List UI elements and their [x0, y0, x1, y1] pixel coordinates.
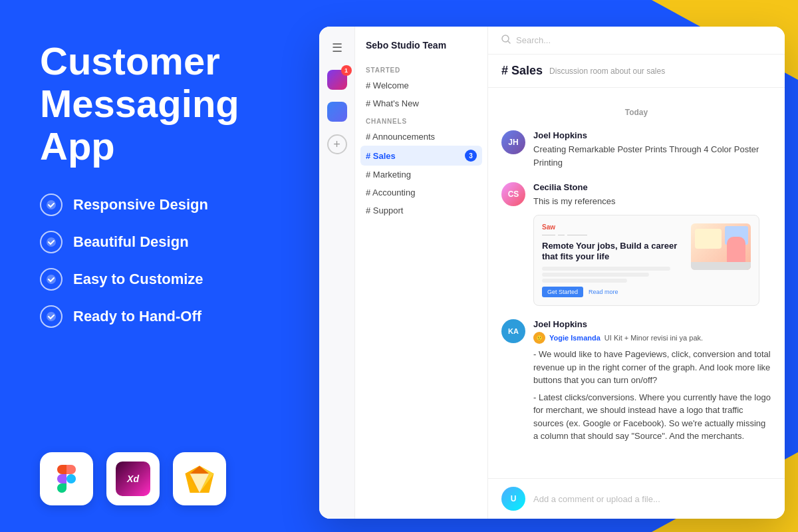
- feature-item: Ready to Hand-Off: [40, 305, 273, 328]
- figma-icon-box: [40, 452, 93, 505]
- chat-messages: Today JH Joel Hopkins Creating Remarkabl…: [488, 88, 785, 478]
- check-icon-1: [40, 194, 63, 216]
- search-placeholder: Search...: [516, 35, 551, 45]
- mention-avatar: 🙂: [533, 332, 545, 344]
- link-preview-content: Saw Remote Your jobs, Build a career tha…: [542, 223, 684, 298]
- preview-footer: Get Started Read more: [542, 287, 684, 297]
- channel-description: Discussion room about our sales: [549, 66, 665, 76]
- page-title: Customer Messaging App: [40, 40, 273, 167]
- channel-badge: 3: [465, 150, 477, 162]
- check-icon-4: [40, 305, 63, 328]
- message-2: CS Cecilia Stone This is my references S…: [501, 182, 771, 306]
- channel-header: # Sales Discussion room about our sales: [488, 55, 785, 88]
- mention-name: Yogie Ismanda: [549, 334, 600, 342]
- divider-line-2: [558, 235, 565, 235]
- add-workspace-button[interactable]: +: [327, 134, 347, 154]
- figma-icon: [53, 465, 80, 493]
- reply-mention: 🙂 Yogie Ismanda UI Kit + Minor revisi in…: [533, 332, 771, 344]
- tool-icons: Xd: [40, 452, 273, 505]
- app-icon-2[interactable]: [325, 100, 349, 124]
- team-name: Sebo Studio Team: [355, 37, 487, 61]
- preview-brand: Saw: [542, 223, 684, 231]
- link-preview: Saw Remote Your jobs, Build a career tha…: [533, 215, 759, 307]
- divider-line-1: [542, 235, 555, 235]
- xd-icon-box: Xd: [106, 452, 160, 505]
- preview-title: Remote Your jobs, Build a career that fi…: [542, 241, 684, 263]
- message-text-3a: - We would like to have Pageviews, click…: [533, 348, 771, 387]
- channels-label: CHANNELS: [355, 112, 487, 128]
- chat-search-header: Search...: [488, 27, 785, 55]
- search-icon: [501, 35, 511, 46]
- channel-accounting[interactable]: # Accounting: [355, 184, 487, 201]
- chat-area: Search... # Sales Discussion room about …: [488, 27, 785, 519]
- xd-icon: Xd: [116, 462, 150, 496]
- message-author-3: Joel Hopkins: [533, 319, 771, 329]
- avatar-cecilia: CS: [501, 182, 525, 206]
- preview-subtitle: [542, 267, 684, 283]
- sketch-icon: [184, 464, 215, 493]
- message-1: JH Joel Hopkins Creating Remarkable Post…: [501, 130, 771, 169]
- message-text-2: This is my references: [533, 195, 771, 208]
- check-icon-3: [40, 268, 63, 291]
- hamburger-icon: ☰: [332, 41, 342, 55]
- features-list: Responsive Design Beautiful Design: [40, 194, 273, 328]
- app-icon-1[interactable]: 1: [325, 68, 349, 92]
- app-mockup: ☰ 1 + Sebo Studio Team STARTED # Welcome…: [319, 27, 785, 519]
- day-divider: Today: [501, 108, 771, 117]
- channel-support[interactable]: # Support: [355, 201, 487, 219]
- avatar-joel-1: JH: [501, 130, 525, 154]
- preview-read-more[interactable]: Read more: [589, 287, 618, 297]
- started-label: STARTED: [355, 61, 487, 76]
- preview-get-started[interactable]: Get Started: [542, 287, 583, 297]
- message-content-1: Joel Hopkins Creating Remarkable Poster …: [533, 130, 771, 169]
- message-text-1: Creating Remarkable Poster Prints Throug…: [533, 143, 771, 169]
- reply-text: UI Kit + Minor revisi ini ya pak.: [604, 334, 703, 342]
- message-author-1: Joel Hopkins: [533, 130, 771, 140]
- avatar-ka: KA: [501, 319, 525, 343]
- message-text-3b: - Latest clicks/conversions. Where you c…: [533, 391, 771, 443]
- icon-strip: ☰ 1 +: [319, 27, 355, 519]
- comment-box: U Add a comment or upload a file...: [488, 478, 785, 519]
- comment-input[interactable]: Add a comment or upload a file...: [533, 494, 771, 504]
- divider-line-3: [567, 235, 587, 235]
- message-author-2: Cecilia Stone: [533, 182, 771, 192]
- channel-sidebar: Sebo Studio Team STARTED # Welcome # Wha…: [355, 27, 488, 519]
- channel-marketing[interactable]: # Marketing: [355, 166, 487, 184]
- left-panel: Customer Messaging App Responsive Design: [0, 0, 306, 532]
- feature-item: Beautiful Design: [40, 231, 273, 253]
- icon-blue: [327, 102, 347, 122]
- message-content-2: Cecilia Stone This is my references Saw: [533, 182, 771, 306]
- search-bar[interactable]: Search...: [501, 35, 551, 46]
- channel-announcements[interactable]: # Announcements: [355, 128, 487, 146]
- notification-badge: 1: [341, 65, 352, 76]
- message-3: KA Joel Hopkins 🙂 Yogie Ismanda UI Kit +…: [501, 319, 771, 443]
- avatar-comment-user: U: [501, 487, 525, 511]
- feature-item: Responsive Design: [40, 194, 273, 216]
- channel-welcome[interactable]: # Welcome: [355, 76, 487, 94]
- channel-sales-active[interactable]: # Sales 3: [360, 146, 482, 166]
- hamburger-menu[interactable]: ☰: [325, 36, 349, 60]
- preview-image: [691, 223, 751, 270]
- check-icon-2: [40, 231, 63, 253]
- message-content-3: Joel Hopkins 🙂 Yogie Ismanda UI Kit + Mi…: [533, 319, 771, 443]
- channel-title: # Sales: [501, 64, 543, 78]
- divider-lines: [542, 235, 684, 235]
- app-main: Sebo Studio Team STARTED # Welcome # Wha…: [355, 27, 785, 519]
- channel-whats-new[interactable]: # What's New: [355, 94, 487, 112]
- sketch-icon-box: [173, 452, 226, 505]
- feature-item: Easy to Customize: [40, 268, 273, 291]
